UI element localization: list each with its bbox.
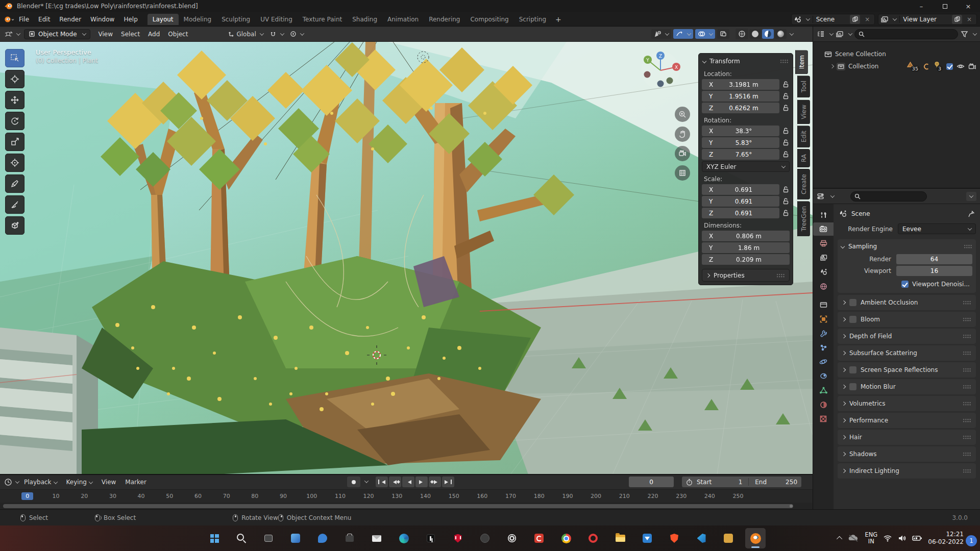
properties-options-dropdown[interactable] (966, 192, 976, 201)
topbar-menu-item[interactable]: File (14, 14, 34, 25)
scrollbar-thumb[interactable] (3, 504, 793, 508)
timeline-marker-menu[interactable]: Marker (121, 477, 150, 487)
panel-grip[interactable] (963, 351, 971, 355)
frame-tick[interactable]: 250 (724, 493, 752, 499)
section-checkbox[interactable] (849, 366, 856, 373)
chevron-down-icon[interactable] (15, 479, 19, 483)
zoom-button[interactable] (675, 107, 690, 122)
panel-grip[interactable] (963, 435, 971, 439)
outliner-search-input[interactable] (854, 29, 958, 39)
xbox[interactable] (475, 528, 495, 548)
lock-icon[interactable] (782, 210, 790, 216)
section-checkbox[interactable] (849, 316, 856, 323)
tool-add-cube[interactable] (5, 216, 24, 235)
exclude-checkbox[interactable] (946, 63, 953, 70)
start-value[interactable]: 1 (716, 479, 742, 486)
chrome[interactable] (556, 528, 576, 548)
render-engine-dropdown[interactable]: Eevee (898, 223, 976, 234)
auto-key-button[interactable] (347, 477, 360, 487)
section-checkbox[interactable] (849, 383, 856, 390)
properties-section[interactable]: Motion Blur (838, 379, 976, 394)
tool-measure[interactable] (5, 195, 24, 214)
tab-view-layer[interactable] (813, 251, 834, 264)
timeline-scrollbar[interactable] (0, 503, 813, 509)
n-panel-tab[interactable]: View (797, 99, 810, 124)
add-workspace-button[interactable]: + (551, 14, 566, 24)
frame-tick[interactable]: 50 (155, 493, 184, 499)
frame-tick[interactable]: 100 (298, 493, 326, 499)
tool-move[interactable] (5, 91, 24, 109)
tab-output[interactable] (813, 237, 834, 250)
vscode[interactable] (691, 528, 712, 548)
frame-tick[interactable]: 90 (269, 493, 298, 499)
tab-render[interactable] (813, 222, 834, 236)
frame-tick[interactable]: 60 (184, 493, 212, 499)
n-panel-tab[interactable]: Create (797, 169, 810, 199)
remove-view-layer-icon[interactable]: × (964, 15, 974, 24)
dimension-field[interactable]: X 0.806 m (702, 231, 790, 241)
workspace-tab[interactable]: Animation (382, 14, 424, 25)
opera[interactable] (583, 528, 603, 548)
scale-field[interactable]: Z 0.691 (702, 208, 779, 218)
transform-orientation-dropdown[interactable]: Global (226, 29, 265, 39)
scale-field[interactable]: Y 0.691 (702, 196, 779, 207)
battery-icon[interactable] (912, 535, 922, 541)
tab-particles[interactable] (813, 341, 834, 354)
panel-grip[interactable] (963, 452, 971, 456)
start[interactable] (204, 528, 225, 548)
lock-icon[interactable] (782, 93, 790, 99)
chevron-down-icon[interactable] (790, 31, 794, 35)
notification-badge[interactable]: 1 (966, 535, 977, 546)
idm[interactable] (637, 528, 657, 548)
chevron-down-icon[interactable] (848, 31, 852, 35)
mail[interactable] (366, 528, 387, 548)
camera-render-icon[interactable] (968, 63, 976, 69)
panel-grip[interactable] (776, 273, 785, 278)
location-field[interactable]: Z 0.6262 m (702, 103, 779, 113)
properties-section[interactable]: Depth of Field (838, 329, 976, 344)
edge[interactable] (394, 528, 414, 548)
blender[interactable] (745, 528, 766, 548)
frame-tick[interactable]: 80 (241, 493, 270, 499)
workspace-tab[interactable]: Sculpting (216, 14, 255, 25)
next-keyframe-button[interactable] (429, 477, 441, 487)
editor-type-3dview-icon[interactable] (4, 30, 13, 38)
frame-tick[interactable]: 230 (667, 493, 696, 499)
editor-type-timeline-icon[interactable] (4, 478, 12, 486)
render-samples-field[interactable]: 64 (896, 254, 972, 264)
panel-grip[interactable] (963, 334, 971, 338)
properties-section[interactable]: Performance (838, 413, 976, 428)
tool-transform[interactable] (5, 154, 24, 172)
tab-object[interactable] (813, 312, 834, 325)
scene-name[interactable]: Scene (813, 16, 848, 23)
workspace-tab[interactable]: Shading (347, 14, 382, 25)
location-field[interactable]: Y 1.9516 m (702, 91, 779, 102)
lock-icon[interactable] (782, 139, 790, 146)
frame-tick[interactable]: 170 (497, 493, 525, 499)
frame-tick[interactable]: 150 (439, 493, 468, 499)
gizmos-toggle[interactable] (673, 29, 693, 39)
panel-grip[interactable] (963, 469, 971, 473)
frame-tick[interactable]: 20 (70, 493, 99, 499)
frame-tick[interactable]: 130 (383, 493, 411, 499)
sampling-header[interactable]: Sampling (841, 241, 972, 254)
properties-section[interactable]: Volumetrics (838, 396, 976, 411)
camera-view-button[interactable] (675, 146, 690, 161)
view-layer-selector[interactable]: View Layer × (878, 14, 977, 25)
pin-icon[interactable] (968, 210, 975, 217)
chevron-down-icon[interactable] (829, 31, 834, 35)
tab-physics[interactable] (813, 355, 834, 368)
view-layer-name[interactable]: View Layer (899, 16, 950, 23)
panel-grip[interactable] (963, 317, 971, 321)
location-field[interactable]: X 3.1981 m (702, 79, 779, 90)
tool-cursor[interactable] (5, 70, 24, 88)
snap-toggle[interactable] (267, 29, 286, 39)
chevron-down-icon[interactable] (973, 31, 977, 35)
shading-material-button[interactable] (762, 29, 774, 39)
tray-overflow-icon[interactable] (837, 536, 842, 542)
search[interactable] (231, 528, 252, 548)
editor-type-outliner-icon[interactable] (817, 31, 825, 38)
app-c[interactable] (529, 528, 549, 548)
tab-texture[interactable] (813, 412, 834, 425)
frame-tick[interactable]: 160 (468, 493, 497, 499)
